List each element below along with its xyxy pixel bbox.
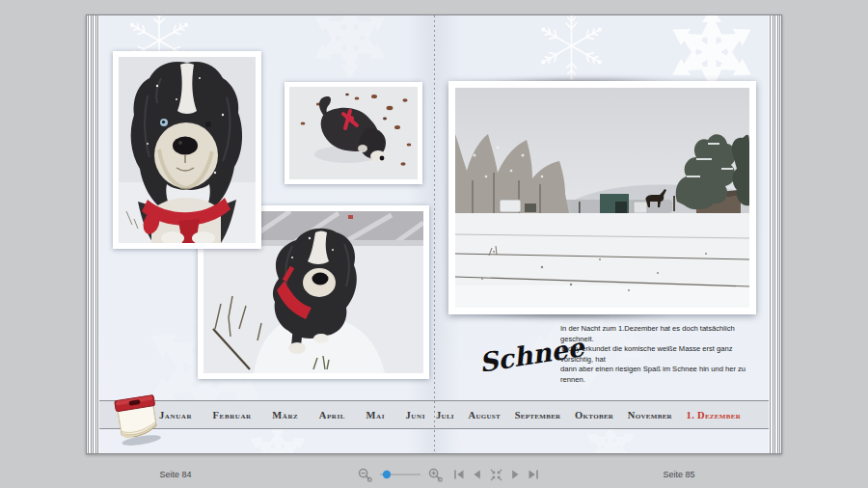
caption-line: In der Nacht zum 1.Dezember hat es doch … [560,324,763,344]
last-page-button[interactable] [528,469,539,480]
puppy-sniffing-image [289,87,418,179]
month-strip-right: Juli August September Oktober November 1… [436,401,741,428]
book-edge-right [769,15,781,453]
fit-to-window-icon [490,469,502,481]
page-fold-line [434,15,435,453]
view-toolbar [358,466,539,483]
book-edge-left [87,15,99,453]
puppy-portrait-image [119,57,256,243]
month-strip-left: Januar Februar März April Mai Juni [159,401,425,428]
month-label[interactable]: Juli [436,410,454,420]
month-label[interactable]: Oktober [575,410,613,420]
last-page-icon [528,469,539,480]
fit-to-window-button[interactable] [490,469,502,481]
app-canvas: Schnee In der Nacht zum 1.Dezember hat e… [0,0,868,488]
zoom-out-icon [358,468,372,482]
month-label[interactable]: November [628,410,672,420]
snow-landscape-image [455,88,749,308]
left-page-number: Seite 84 [135,470,216,479]
month-label[interactable]: April [319,410,345,420]
page-spread[interactable]: Schnee In der Nacht zum 1.Dezember hat e… [99,15,769,453]
first-page-icon [453,469,465,480]
photo-snow-landscape[interactable] [448,81,756,314]
previous-page-button[interactable] [472,469,483,480]
photo-puppy-sniffing[interactable] [285,82,422,184]
right-page-number: Seite 85 [638,470,719,479]
photobook-spread: Schnee In der Nacht zum 1.Dezember hat e… [86,14,782,454]
caption-line: dann aber einen riesigen Spaß im Schnee … [560,365,763,385]
month-label[interactable]: Juni [406,410,426,420]
snowflake-faint-icon [307,15,393,81]
zoom-slider[interactable] [378,468,422,481]
next-page-icon [509,469,521,480]
month-label[interactable]: Februar [213,410,252,420]
first-page-button[interactable] [453,469,465,480]
month-label[interactable]: September [515,410,561,420]
month-label[interactable]: März [272,410,298,420]
tear-off-calendar-icon[interactable] [107,388,167,451]
photo-puppy-portrait[interactable] [113,51,261,249]
zoom-in-button[interactable] [428,468,443,482]
month-label[interactable]: Mai [366,410,386,420]
zoom-in-icon [428,468,443,482]
month-label-dezember-active[interactable]: 1. Dezember [687,410,741,420]
snowflake-line-icon [535,15,608,82]
zoom-out-button[interactable] [358,468,372,482]
next-page-button[interactable] [509,469,521,480]
caption-text[interactable]: In der Nacht zum 1.Dezember hat es doch … [560,324,763,386]
zoom-slider-handle[interactable] [383,471,391,478]
page-navigation [453,469,539,481]
month-label[interactable]: August [469,410,502,420]
previous-page-icon [472,469,483,480]
caption-line: Teddy erkundet die komische weiße Masse … [560,344,763,365]
